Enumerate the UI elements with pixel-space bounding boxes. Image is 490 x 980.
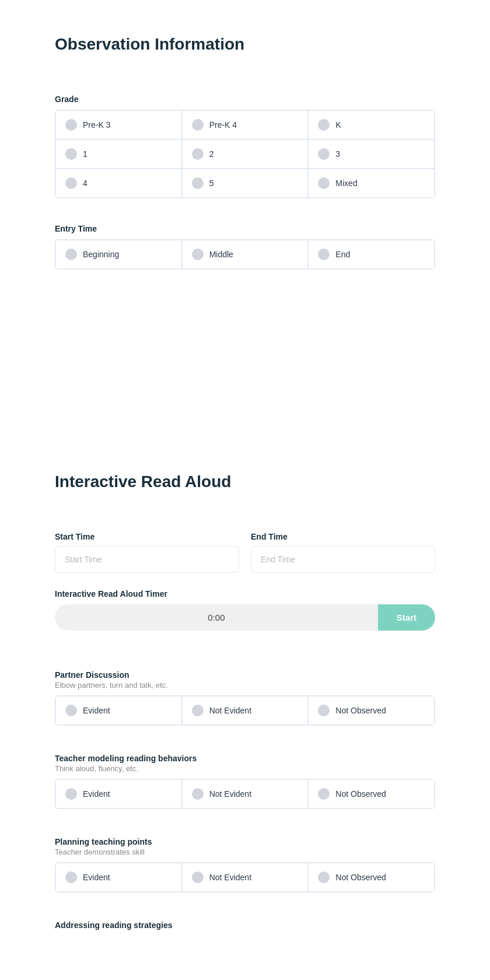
entry-option-label: End bbox=[335, 250, 350, 259]
grade-option-4[interactable]: 4 bbox=[55, 169, 182, 198]
grade-option-5[interactable]: 5 bbox=[182, 169, 309, 198]
entry-option-end[interactable]: End bbox=[308, 240, 435, 269]
grade-option-label: K bbox=[335, 120, 341, 130]
grade-option-label: Pre-K 4 bbox=[209, 120, 237, 130]
option-label: Evident bbox=[83, 789, 110, 799]
planning-radio-group: Evident Not Evident Not Observed bbox=[55, 862, 435, 892]
time-inputs-row: Start Time End Time bbox=[55, 532, 435, 573]
grade-option-label: 1 bbox=[83, 149, 88, 159]
partner-discussion-radio-group: Evident Not Evident Not Observed bbox=[55, 695, 435, 726]
option-label: Not Observed bbox=[335, 706, 386, 715]
radio-circle bbox=[318, 872, 330, 883]
radio-circle bbox=[192, 177, 204, 189]
partner-discussion-sub: Elbow partners, turn and talk, etc. bbox=[55, 681, 435, 690]
addressing-label: Addressing reading strategies bbox=[55, 921, 435, 930]
observation-title: Observation Information bbox=[55, 35, 435, 54]
grade-option-3[interactable]: 3 bbox=[308, 139, 435, 169]
entry-option-label: Beginning bbox=[83, 250, 119, 259]
partner-discussion-label: Partner Discussion bbox=[55, 670, 435, 680]
option-label: Not Evident bbox=[209, 706, 251, 715]
radio-circle bbox=[65, 788, 77, 800]
option-label: Not Evident bbox=[209, 789, 251, 799]
grade-option-label: 4 bbox=[83, 178, 88, 188]
end-time-label: End Time bbox=[251, 532, 435, 541]
radio-circle bbox=[65, 177, 77, 189]
radio-circle bbox=[65, 872, 77, 883]
partner-not-evident[interactable]: Not Evident bbox=[182, 696, 309, 725]
partner-not-observed[interactable]: Not Observed bbox=[308, 696, 435, 725]
radio-circle bbox=[192, 249, 204, 260]
teacher-modeling-radio-group: Evident Not Evident Not Observed bbox=[55, 779, 435, 809]
option-label: Evident bbox=[83, 873, 110, 882]
teacher-modeling-sub: Think aloud, fluency, etc. bbox=[55, 764, 435, 773]
radio-circle bbox=[65, 249, 77, 260]
grade-option-label: Pre-K 3 bbox=[83, 120, 110, 130]
teacher-not-observed[interactable]: Not Observed bbox=[308, 779, 435, 808]
radio-circle bbox=[65, 148, 77, 160]
entry-option-beginning[interactable]: Beginning bbox=[55, 240, 182, 269]
timer-label: Interactive Read Aloud Timer bbox=[55, 589, 435, 598]
planning-not-observed[interactable]: Not Observed bbox=[308, 863, 435, 892]
ira-title: Interactive Read Aloud bbox=[55, 473, 435, 491]
partner-evident[interactable]: Evident bbox=[55, 696, 182, 725]
teacher-evident[interactable]: Evident bbox=[55, 779, 182, 808]
start-time-label: Start Time bbox=[55, 532, 239, 541]
teacher-not-evident[interactable]: Not Evident bbox=[182, 779, 309, 808]
radio-circle bbox=[318, 177, 330, 189]
timer-start-button[interactable]: Start bbox=[378, 604, 435, 631]
grade-option-label: 3 bbox=[335, 149, 340, 159]
radio-circle bbox=[192, 788, 204, 800]
option-label: Not Evident bbox=[209, 873, 251, 882]
radio-circle bbox=[192, 872, 204, 883]
radio-circle bbox=[192, 705, 204, 716]
radio-circle bbox=[65, 705, 77, 716]
grade-option-prek4[interactable]: Pre-K 4 bbox=[182, 110, 309, 139]
grade-option-label: 5 bbox=[209, 178, 214, 188]
end-time-input[interactable] bbox=[251, 546, 435, 573]
option-label: Not Observed bbox=[335, 789, 386, 799]
planning-label: Planning teaching points bbox=[55, 837, 435, 846]
grade-radio-group: Pre-K 3 Pre-K 4 K 1 2 3 bbox=[55, 110, 435, 198]
planning-not-evident[interactable]: Not Evident bbox=[182, 863, 309, 892]
grade-option-1[interactable]: 1 bbox=[55, 139, 182, 169]
radio-circle bbox=[65, 119, 77, 131]
timer-section: Interactive Read Aloud Timer 0:00 Start bbox=[55, 589, 435, 631]
radio-circle bbox=[192, 119, 204, 131]
end-time-field: End Time bbox=[251, 532, 435, 573]
grade-label: Grade bbox=[55, 94, 435, 104]
grade-option-prek3[interactable]: Pre-K 3 bbox=[55, 110, 182, 139]
grade-option-2[interactable]: 2 bbox=[182, 139, 309, 169]
teacher-modeling-label: Teacher modeling reading behaviors bbox=[55, 754, 435, 763]
option-label: Not Observed bbox=[335, 873, 386, 882]
entry-time-radio-group: Beginning Middle End bbox=[55, 239, 435, 270]
entry-time-label: Entry Time bbox=[55, 224, 435, 233]
radio-circle bbox=[192, 148, 204, 160]
start-time-field: Start Time bbox=[55, 532, 239, 573]
grade-option-k[interactable]: K bbox=[308, 110, 435, 139]
radio-circle bbox=[318, 148, 330, 160]
radio-circle bbox=[318, 788, 330, 800]
planning-sub: Teacher demonstrates skill bbox=[55, 848, 435, 856]
planning-evident[interactable]: Evident bbox=[55, 863, 182, 892]
radio-circle bbox=[318, 119, 330, 131]
radio-circle bbox=[318, 705, 330, 716]
option-label: Evident bbox=[83, 706, 110, 715]
entry-option-middle[interactable]: Middle bbox=[182, 240, 309, 269]
timer-row: 0:00 Start bbox=[55, 604, 435, 631]
radio-circle bbox=[318, 249, 330, 260]
grade-option-mixed[interactable]: Mixed bbox=[308, 169, 435, 198]
grade-option-label: 2 bbox=[209, 149, 214, 159]
entry-option-label: Middle bbox=[209, 250, 233, 259]
grade-option-label: Mixed bbox=[335, 178, 357, 188]
start-time-input[interactable] bbox=[55, 546, 239, 573]
timer-display: 0:00 bbox=[55, 604, 378, 631]
